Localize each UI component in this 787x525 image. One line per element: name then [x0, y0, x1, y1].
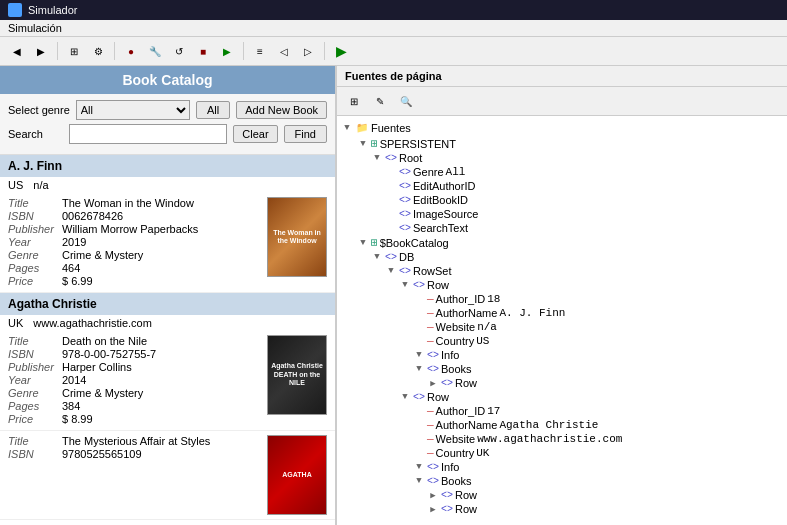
- node-label: Row: [455, 377, 477, 389]
- debug-button[interactable]: 🔧: [144, 40, 166, 62]
- expand-icon[interactable]: ▼: [413, 349, 425, 361]
- field-value: $ 6.99: [62, 275, 93, 287]
- tree-node[interactable]: ▼ <> DB: [341, 250, 783, 264]
- run-button[interactable]: ●: [120, 40, 142, 62]
- controls-area: Select genre All Crime & Mystery Thrille…: [0, 94, 335, 155]
- play-green-button[interactable]: ▶: [330, 40, 352, 62]
- node-value: US: [476, 335, 489, 347]
- tree-node[interactable]: — Website www.agathachristie.com: [341, 432, 783, 446]
- add-new-book-button[interactable]: Add New Book: [236, 101, 327, 119]
- node-label: Author_ID: [436, 405, 486, 417]
- expand-icon[interactable]: ▼: [371, 251, 383, 263]
- node-value: 18: [487, 293, 500, 305]
- right-toolbar-btn3[interactable]: 🔍: [395, 90, 417, 112]
- toolbar-separator-3: [243, 42, 244, 60]
- expand-icon: [385, 194, 397, 206]
- tree-node[interactable]: ▼ <> Books: [341, 474, 783, 488]
- menu-simulation[interactable]: Simulación: [8, 22, 62, 34]
- node-label: SPERSISTENT: [380, 138, 456, 150]
- forward-button[interactable]: ▶: [30, 40, 52, 62]
- expand-icon[interactable]: ▼: [357, 138, 369, 150]
- tree-node[interactable]: <> Genre All: [341, 165, 783, 179]
- node-label: $BookCatalog: [380, 237, 449, 249]
- tree-node[interactable]: <> EditAuthorID: [341, 179, 783, 193]
- book-cover: Agatha Christie DEATH on the NILE: [267, 335, 327, 415]
- field-value: 9780525565109: [62, 448, 142, 460]
- genre-select[interactable]: All Crime & Mystery Thriller: [76, 100, 190, 120]
- play-button[interactable]: ▶: [216, 40, 238, 62]
- tag-icon: <>: [385, 252, 397, 263]
- field-label: Price: [8, 413, 58, 425]
- book-field: PublisherWilliam Morrow Paperbacks: [8, 223, 261, 235]
- find-button[interactable]: Find: [284, 125, 327, 143]
- expand-icon: [413, 419, 425, 431]
- tree-node[interactable]: — Country US: [341, 334, 783, 348]
- toolbar-btn-extra1[interactable]: ≡: [249, 40, 271, 62]
- search-input[interactable]: [69, 124, 227, 144]
- right-toolbar-btn1[interactable]: ⊞: [343, 90, 365, 112]
- grid-button[interactable]: ⊞: [63, 40, 85, 62]
- tree-node[interactable]: — Author_ID 18: [341, 292, 783, 306]
- tree-node[interactable]: ▼ <> Row: [341, 390, 783, 404]
- tree-node[interactable]: ▼ <> Root: [341, 151, 783, 165]
- tree-node[interactable]: ▼ ⊞ SPERSISTENT: [341, 136, 783, 151]
- field-value: Crime & Mystery: [62, 387, 143, 399]
- all-button[interactable]: All: [196, 101, 230, 119]
- expand-icon[interactable]: ▼: [399, 391, 411, 403]
- toolbar-btn-extra3[interactable]: ▷: [297, 40, 319, 62]
- expand-icon[interactable]: ▶: [427, 503, 439, 515]
- right-panel: Fuentes de página ⊞ ✎ 🔍 ▼ 📁 Fuentes ▼ ⊞ …: [337, 66, 787, 525]
- tree-node[interactable]: ▶ <> Row: [341, 488, 783, 502]
- expand-icon[interactable]: ▶: [427, 377, 439, 389]
- tree-node[interactable]: <> ImageSource: [341, 207, 783, 221]
- node-label: EditBookID: [413, 194, 468, 206]
- tree-node[interactable]: ▼ <> Info: [341, 460, 783, 474]
- tree-node[interactable]: ▼ <> RowSet: [341, 264, 783, 278]
- tree-node[interactable]: — AuthorName A. J. Finn: [341, 306, 783, 320]
- node-label: Country: [436, 447, 475, 459]
- book-field: ISBN978-0-00-752755-7: [8, 348, 261, 360]
- tree-node[interactable]: <> EditBookID: [341, 193, 783, 207]
- tree-node[interactable]: — AuthorName Agatha Christie: [341, 418, 783, 432]
- right-toolbar-btn2[interactable]: ✎: [369, 90, 391, 112]
- expand-icon[interactable]: ▼: [357, 237, 369, 249]
- expand-icon[interactable]: ▼: [413, 475, 425, 487]
- expand-icon[interactable]: ▼: [371, 152, 383, 164]
- tree-node[interactable]: ▼ ⊞ $BookCatalog: [341, 235, 783, 250]
- tree-node[interactable]: ▶ <> Row: [341, 502, 783, 516]
- tree-node[interactable]: ▼ <> Row: [341, 278, 783, 292]
- expand-icon[interactable]: ▼: [413, 461, 425, 473]
- field-label: Year: [8, 236, 58, 248]
- expand-icon[interactable]: ▶: [427, 489, 439, 501]
- book-entry: TitleDeath on the NileISBN978-0-00-75275…: [0, 331, 335, 431]
- clear-button[interactable]: Clear: [233, 125, 277, 143]
- refresh-button[interactable]: ↺: [168, 40, 190, 62]
- node-label: DB: [399, 251, 414, 263]
- field-value: The Woman in the Window: [62, 197, 194, 209]
- book-field: ISBN0062678426: [8, 210, 261, 222]
- tree-node[interactable]: <> SearchText: [341, 221, 783, 235]
- table-icon: ⊞: [371, 137, 378, 150]
- tree-node[interactable]: — Country UK: [341, 446, 783, 460]
- field-label: Title: [8, 435, 58, 447]
- stop-button[interactable]: ■: [192, 40, 214, 62]
- book-field: GenreCrime & Mystery: [8, 387, 261, 399]
- node-label: Row: [427, 391, 449, 403]
- expand-icon[interactable]: ▼: [385, 265, 397, 277]
- expand-icon[interactable]: ▼: [399, 279, 411, 291]
- attr-icon: —: [427, 447, 434, 459]
- tree-node[interactable]: ▶ <> Row: [341, 376, 783, 390]
- expand-icon[interactable]: ▼: [413, 363, 425, 375]
- toolbar-btn-extra2[interactable]: ◁: [273, 40, 295, 62]
- node-value: www.agathachristie.com: [477, 433, 622, 445]
- tree-node[interactable]: ▼ <> Info: [341, 348, 783, 362]
- field-label: Year: [8, 374, 58, 386]
- tree-node[interactable]: — Website n/a: [341, 320, 783, 334]
- expand-icon[interactable]: ▼: [341, 122, 353, 134]
- tree-node[interactable]: — Author_ID 17: [341, 404, 783, 418]
- field-value: 2019: [62, 236, 86, 248]
- tree-node[interactable]: ▼ <> Books: [341, 362, 783, 376]
- settings-button[interactable]: ⚙: [87, 40, 109, 62]
- back-button[interactable]: ◀: [6, 40, 28, 62]
- tag-icon: <>: [413, 280, 425, 291]
